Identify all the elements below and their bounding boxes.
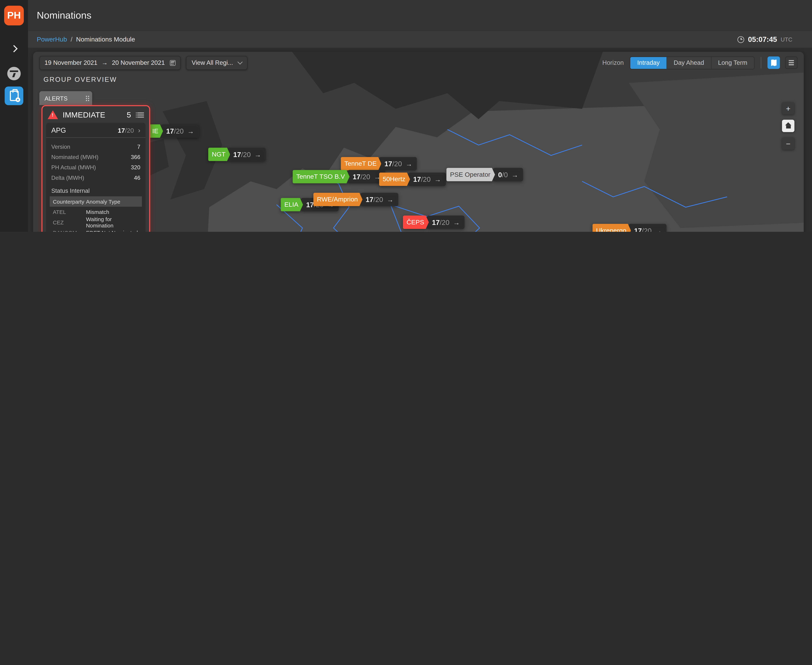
clock-icon xyxy=(738,36,744,43)
detail-field: Version7 xyxy=(51,141,141,152)
utc-clock: 05:07:45 UTC xyxy=(738,35,792,44)
field-label: Version xyxy=(51,144,70,150)
arrow-right-icon: → xyxy=(655,227,662,232)
tso-badge: Ukrenergo xyxy=(592,224,631,232)
field-value: 46 xyxy=(134,175,141,181)
date-from: 19 November 2021 xyxy=(44,59,98,66)
breadcrumb-separator: / xyxy=(70,36,72,43)
detail-field: Delta (MWH)46 xyxy=(51,172,141,183)
tso-ratio: 17/20→ xyxy=(161,124,199,138)
list-view-button[interactable] xyxy=(785,56,797,69)
tso-badge: ČEPS xyxy=(403,216,429,229)
sidebar-expand-icon[interactable] xyxy=(10,45,18,52)
status-internal-header: CounterpartyAnomaly Type xyxy=(50,197,142,207)
detail-field: Nominated (MWH)366 xyxy=(51,152,141,162)
clock-time: 05:07:45 xyxy=(748,35,777,44)
counterparty: ATEL xyxy=(53,209,86,215)
field-value: 366 xyxy=(131,154,141,160)
counterparty: CEZ xyxy=(53,219,86,225)
map-panel: 19 November 2021 → 20 November 2021 View… xyxy=(33,52,804,232)
region-dropdown-value: View All Regi... xyxy=(192,59,233,66)
detail-fields: Version7Nominated (MWH)366PH Actual (MWH… xyxy=(51,141,141,183)
field-label: PH Actual (MWH) xyxy=(51,164,96,170)
breadcrumb-current: Nominations Module xyxy=(76,36,135,43)
list-icon[interactable] xyxy=(138,112,144,113)
section-title: GROUP OVERVIEW xyxy=(44,75,117,84)
map-zoom-in-button[interactable]: + xyxy=(782,102,794,115)
breadcrumb-root-link[interactable]: PowerHub xyxy=(37,36,67,43)
map-home-button[interactable] xyxy=(782,120,794,132)
tab-long-term[interactable]: Long Term xyxy=(711,57,754,69)
main: Nominations PowerHub / Nominations Modul… xyxy=(28,0,812,232)
home-icon xyxy=(786,126,791,129)
immediate-panel: IMMEDIATE 5 APG 17 /20 › xyxy=(41,105,150,232)
map-label-RWE/Amprion[interactable]: RWE/Amprion17/20→ xyxy=(313,193,398,206)
tso-ratio: 17/20→ xyxy=(629,224,667,232)
horizon-segmented-control: Intraday Day Ahead Long Term xyxy=(630,56,755,69)
anomaly-type: Mismatch xyxy=(86,209,109,215)
immediate-count: 5 xyxy=(127,110,131,119)
sidebar-item-nominations[interactable] xyxy=(5,87,23,105)
map-label-IE[interactable]: IE17/20→ xyxy=(149,124,199,138)
counterparty: DANCOM xyxy=(53,229,86,232)
map-view-button[interactable] xyxy=(768,56,780,69)
tso-badge: 50Hertz xyxy=(379,172,410,186)
map-label-Ukrenergo[interactable]: Ukrenergo17/20→ xyxy=(592,224,667,232)
date-range-picker[interactable]: 19 November 2021 → 20 November 2021 xyxy=(39,56,181,70)
arrow-right-icon: → xyxy=(434,175,441,183)
calendar-icon xyxy=(170,60,176,66)
status-internal-row: ATELMismatch xyxy=(51,207,141,217)
chevron-right-icon: › xyxy=(138,126,140,134)
tso-ratio: 17/20→ xyxy=(427,216,464,229)
date-to: 20 November 2021 xyxy=(112,59,165,66)
anomaly-type: EDFT Not Nominated xyxy=(86,229,138,232)
arrow-right-icon: → xyxy=(511,171,518,179)
tso-ratio: 0/0→ xyxy=(493,168,523,182)
map-label-TenneT TSO B.V[interactable]: TenneT TSO B.V17/20→ xyxy=(293,170,385,183)
map-label-NGT[interactable]: NGT17/20→ xyxy=(208,147,266,161)
arrow-right-icon: → xyxy=(453,218,460,226)
detail-field: PH Actual (MWH)320 xyxy=(51,162,141,172)
region-dropdown[interactable]: View All Regi... xyxy=(186,56,248,70)
anomaly-type: Waiting for Nomination xyxy=(86,216,139,229)
arrow-right-icon: → xyxy=(255,151,261,158)
map-zoom-out-button[interactable]: − xyxy=(782,138,794,150)
meter-icon[interactable] xyxy=(7,67,21,80)
clock-timezone: UTC xyxy=(781,36,792,43)
drag-grip-icon xyxy=(86,96,87,97)
app: PH eDF Nominations PowerHub / Nomination… xyxy=(0,0,812,232)
list-icon xyxy=(789,60,794,61)
warning-triangle-icon xyxy=(47,110,58,119)
tso-badge: TenneT TSO B.V xyxy=(293,170,350,183)
tso-ratio: 17/20→ xyxy=(228,147,266,161)
tso-badge: PSE Operator xyxy=(446,168,495,182)
tab-intraday[interactable]: Intraday xyxy=(631,57,667,69)
field-value: 320 xyxy=(131,164,141,170)
tso-badge: TenneT DE xyxy=(341,157,381,170)
toolbar: 19 November 2021 → 20 November 2021 View… xyxy=(33,52,804,74)
powerhub-logo[interactable]: PH xyxy=(4,6,24,25)
field-value: 7 xyxy=(137,144,141,150)
tso-badge: ELIA xyxy=(281,198,303,211)
map-label-TenneT DE[interactable]: TenneT DE17/20→ xyxy=(341,157,417,170)
status-internal-table: CounterpartyAnomaly TypeATELMismatchCEZW… xyxy=(51,197,141,232)
content: 19 November 2021 → 20 November 2021 View… xyxy=(28,48,812,232)
date-arrow-icon: → xyxy=(101,59,108,66)
map-icon xyxy=(771,59,777,66)
status-internal-row: CEZWaiting for Nomination xyxy=(51,217,141,228)
arrow-right-icon: → xyxy=(387,195,394,203)
immediate-header[interactable]: IMMEDIATE 5 xyxy=(42,106,149,123)
tso-ratio: 17/20→ xyxy=(379,157,417,170)
tab-alerts[interactable]: ALERTS xyxy=(39,91,92,105)
map-label-50Hertz[interactable]: 50Hertz17/20→ xyxy=(379,172,446,186)
map-label-PSE Operator[interactable]: PSE Operator0/0→ xyxy=(446,168,523,182)
clipboard-clock-icon xyxy=(10,91,18,101)
immediate-expanded-card: APG 17 /20 › Version7Nominated (MWH)366P… xyxy=(46,123,145,232)
map-label-ČEPS[interactable]: ČEPS17/20→ xyxy=(403,216,464,229)
app-header: Nominations xyxy=(28,0,812,31)
alerts-column: ALERTS IMMEDIATE 5 APG xyxy=(38,91,152,232)
page-title: Nominations xyxy=(37,10,91,21)
tso-badge: NGT xyxy=(208,147,230,161)
tab-day-ahead[interactable]: Day Ahead xyxy=(667,57,711,69)
tso-row-apg[interactable]: APG 17 /20 › xyxy=(46,123,145,138)
